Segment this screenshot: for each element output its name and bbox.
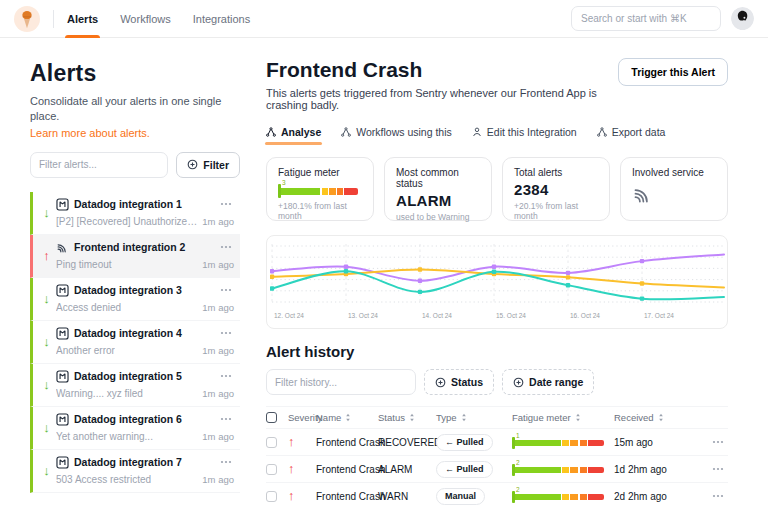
alert-list-item[interactable]: ↓ Datadog integration 7 503 Access restr… [30, 450, 240, 493]
select-all-checkbox[interactable] [266, 412, 277, 423]
learn-more-link[interactable]: Learn more about alerts. [30, 127, 150, 139]
sidebar-title: Alerts [30, 60, 240, 87]
more-menu-icon[interactable] [218, 458, 234, 466]
date-range-filter-button[interactable]: Date range [502, 369, 594, 395]
more-menu-icon[interactable] [218, 415, 234, 423]
alert-list-item[interactable]: ↓ Datadog integration 3 Access denied 1m… [30, 278, 240, 321]
history-row[interactable]: ↑ Frontend Crash ALARM ← Pulled 2 1d 2hm… [266, 456, 728, 483]
more-menu-icon[interactable] [218, 200, 234, 208]
severity-up-icon: ↑ [288, 435, 316, 449]
alert-list-item[interactable]: ↓ Datadog integration 4 Another error 1m… [30, 321, 240, 364]
card-note: +180.1% from last month [278, 201, 362, 221]
alert-list-item[interactable]: ↓ Datadog integration 6 Yet another warn… [30, 407, 240, 450]
more-menu-icon[interactable] [218, 286, 234, 294]
row-more-menu-icon[interactable] [710, 492, 728, 500]
filter-button[interactable]: Filter [176, 152, 240, 178]
trigger-alert-button[interactable]: Trigger this Alert [618, 58, 728, 86]
sidebar-subtitle: Consolidate all your alerts in one singl… [30, 94, 235, 124]
app-logo-icon[interactable] [14, 6, 40, 32]
row-checkbox[interactable] [266, 464, 277, 475]
row-name: Frontend Crash [316, 464, 378, 475]
more-menu-icon[interactable] [218, 372, 234, 380]
column-name[interactable]: Name [316, 412, 378, 423]
severity-down-icon: ↓ [37, 327, 56, 356]
sentry-logo-icon [56, 241, 69, 254]
alert-detail: Ping timeout [56, 259, 112, 270]
history-row[interactable]: ↑ Frontend Crash RECOVERED ← Pulled 1 15… [266, 429, 728, 456]
alert-history-table: Severity Name Status Type Fatigue meter … [266, 406, 728, 508]
card-involved-service: Involved service [620, 157, 728, 221]
row-received: 1d 2hm ago [614, 464, 702, 475]
tab-export-data[interactable]: Export data [597, 126, 666, 145]
nav-tab-integrations[interactable]: Integrations [193, 0, 250, 38]
filter-alerts-input[interactable] [30, 152, 168, 178]
severity-down-icon: ↓ [37, 456, 56, 485]
tab-analyse[interactable]: Analyse [266, 126, 321, 145]
column-received[interactable]: Received [614, 412, 702, 423]
status-filter-button[interactable]: Status [424, 369, 494, 395]
export-icon [597, 127, 607, 137]
row-more-menu-icon[interactable] [710, 465, 728, 473]
svg-text:15. Oct 24: 15. Oct 24 [496, 312, 526, 319]
tab-edit-integration[interactable]: Edit this Integration [472, 126, 577, 145]
alert-item-body: Datadog integration 3 Access denied 1m a… [56, 284, 234, 313]
row-name: Frontend Crash [316, 437, 378, 448]
alert-list-item[interactable]: ↓ Datadog integration 1 [P2] [Recovered]… [30, 192, 240, 235]
fatigue-meter-value: 3 [282, 180, 286, 187]
svg-text:14. Oct 24: 14. Oct 24 [422, 312, 452, 319]
history-filter-row: Status Date range [266, 369, 728, 395]
tab-workflows-using-this[interactable]: Workflows using this [341, 126, 452, 145]
datadog-logo-icon [56, 413, 69, 426]
severity-up-icon: ↑ [288, 489, 316, 503]
circle-plus-icon [187, 159, 198, 170]
column-type[interactable]: Type [436, 412, 512, 423]
row-more-menu-icon[interactable] [710, 438, 728, 446]
alert-name: Frontend integration 2 [74, 241, 213, 253]
alert-detail: 503 Access restricted [56, 474, 151, 485]
alert-list: ↓ Datadog integration 1 [P2] [Recovered]… [30, 192, 240, 493]
card-label: Total alerts [514, 167, 598, 178]
row-name: Frontend Crash [316, 491, 378, 502]
alert-name: Datadog integration 4 [74, 327, 213, 339]
more-menu-icon[interactable] [218, 329, 234, 337]
tab-label: Edit this Integration [487, 126, 577, 138]
card-label: Involved service [632, 167, 716, 178]
alert-name: Datadog integration 1 [74, 198, 213, 210]
alert-detail: Warning.... xyz filed [56, 388, 143, 399]
nav-tab-alerts[interactable]: Alerts [67, 0, 98, 38]
row-fatigue-meter: 2 [512, 463, 604, 476]
alert-item-body: Frontend integration 2 Ping timeout 1m a… [56, 241, 234, 270]
alert-time: 1m ago [202, 216, 234, 227]
user-avatar[interactable] [731, 7, 754, 30]
svg-text:16. Oct 24: 16. Oct 24 [570, 312, 600, 319]
status-filter-label: Status [451, 376, 483, 388]
more-menu-icon[interactable] [218, 243, 234, 251]
alert-item-body: Datadog integration 7 503 Access restric… [56, 456, 234, 485]
severity-down-icon: ↓ [37, 284, 56, 313]
global-search-input[interactable] [571, 6, 721, 31]
date-range-filter-label: Date range [529, 376, 583, 388]
card-total-alerts: Total alerts 2384 +20.1% from last month [502, 157, 610, 221]
nav-tab-workflows[interactable]: Workflows [120, 0, 171, 38]
alert-list-item-selected[interactable]: ↑ Frontend integration 2 Ping timeout 1m… [30, 235, 240, 278]
column-fatigue-meter[interactable]: Fatigue meter [512, 412, 614, 423]
column-status[interactable]: Status [378, 412, 436, 423]
alert-detail: Access denied [56, 302, 121, 313]
circle-plus-icon [435, 377, 446, 388]
row-checkbox[interactable] [266, 437, 277, 448]
type-badge: Manual [436, 488, 485, 505]
row-checkbox[interactable] [266, 491, 277, 502]
tab-label: Workflows using this [356, 126, 452, 138]
alert-name: Datadog integration 6 [74, 413, 213, 425]
alert-list-item[interactable]: ↓ Datadog integration 5 Warning.... xyz … [30, 364, 240, 407]
sentry-service-icon [632, 184, 653, 205]
page-title: Frontend Crash [266, 58, 618, 82]
history-row[interactable]: ↑ Frontend Crash WARN Manual 2 2d 2hm ag… [266, 483, 728, 508]
filter-history-input[interactable] [266, 369, 416, 395]
alert-name: Datadog integration 7 [74, 456, 213, 468]
alert-detail: [P2] [Recovered] Unauthorized... [56, 216, 201, 227]
alert-name: Datadog integration 5 [74, 370, 213, 382]
alerts-chart: 12. Oct 2413. Oct 2414. Oct 2415. Oct 24… [266, 235, 728, 329]
top-bar: Alerts Workflows Integrations [0, 0, 768, 38]
column-severity: Severity [288, 412, 316, 423]
